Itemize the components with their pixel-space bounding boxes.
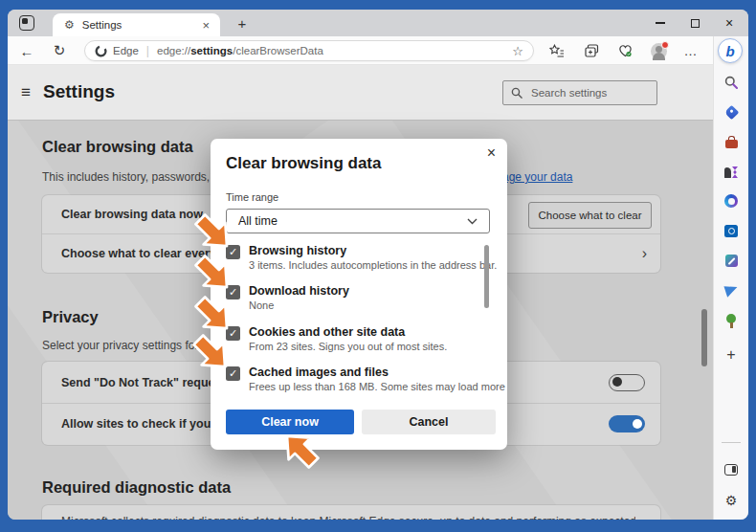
download-history-item: ✓ Download history None: [226, 284, 484, 322]
cached-images-item: ✓ Cached images and files Frees up less …: [226, 366, 484, 404]
page-scrollbar-thumb[interactable]: [701, 309, 707, 366]
allow-sites-toggle[interactable]: [609, 415, 645, 432]
search-icon: [511, 87, 523, 99]
maximize-button[interactable]: [678, 10, 712, 36]
sidebar-divider: [722, 442, 741, 443]
drop-icon[interactable]: [722, 280, 741, 299]
required-diagnostic-data-heading: Required diagnostic data: [42, 478, 231, 497]
dialog-title: Clear browsing data: [226, 154, 381, 173]
item-label: Browsing history: [249, 244, 346, 257]
item-description: Frees up less than 168 MB. Some sites ma…: [249, 381, 505, 392]
cached-images-checkbox[interactable]: ✓: [226, 366, 240, 381]
designer-icon[interactable]: [722, 251, 741, 270]
url-suffix: /clearBrowserData: [233, 45, 323, 56]
tab-settings[interactable]: ⚙ Settings ×: [53, 13, 220, 36]
time-range-select[interactable]: All time: [226, 209, 490, 233]
microsoft-365-icon[interactable]: [722, 191, 741, 211]
search-settings-input[interactable]: [529, 86, 648, 100]
browser-essentials-icon[interactable]: [614, 41, 635, 60]
time-range-label: Time range: [226, 191, 278, 203]
favorite-star-icon[interactable]: ☆: [512, 44, 523, 58]
settings-gear-icon: ⚙: [64, 18, 75, 32]
toggle-knob: [633, 419, 642, 429]
privacy-heading: Privacy: [42, 308, 99, 326]
chevron-right-icon: ›: [642, 245, 647, 262]
tree-app-icon[interactable]: [722, 311, 741, 330]
url-prefix: edge://: [157, 45, 190, 56]
collections-icon[interactable]: [581, 41, 602, 60]
profile-avatar[interactable]: [648, 41, 669, 60]
new-tab-button[interactable]: +: [232, 12, 253, 33]
chevron-down-icon: [467, 218, 478, 225]
diagnostic-clipped-text: Microsoft collects required diagnostic d…: [61, 515, 635, 520]
edge-sidebar: b + ⚙: [713, 36, 748, 520]
maximize-icon: [691, 19, 700, 28]
cancel-button[interactable]: Cancel: [362, 410, 496, 434]
close-icon: ×: [725, 16, 733, 30]
clear-browsing-data-dialog: × Clear browsing data Time range All tim…: [211, 139, 507, 450]
page-title: Settings: [43, 81, 115, 102]
diagnostic-card: Microsoft collects required diagnostic d…: [42, 505, 660, 520]
games-icon[interactable]: [722, 162, 741, 181]
cookies-checkbox[interactable]: ✓: [226, 326, 240, 341]
refresh-button[interactable]: ↻: [48, 39, 71, 62]
favorites-hub-icon[interactable]: [546, 41, 567, 60]
tab-close-icon[interactable]: ×: [199, 18, 212, 33]
shopping-icon[interactable]: [722, 102, 741, 122]
item-label: Cached images and files: [249, 366, 389, 379]
address-url: edge://settings/clearBrowserData: [157, 45, 512, 56]
sidebar-panel-icon[interactable]: [722, 460, 741, 479]
window-controls: ×: [643, 10, 746, 36]
more-menu-button[interactable]: …: [680, 41, 701, 60]
item-description: 3 items. Includes autocompletions in the…: [249, 259, 497, 271]
back-button[interactable]: ←: [15, 39, 38, 62]
notification-dot: [661, 41, 669, 49]
item-label: Download history: [249, 284, 349, 298]
tab-actions-icon[interactable]: [19, 15, 34, 31]
item-description: None: [249, 299, 274, 311]
browsing-history-item: ✓ Browsing history 3 items. Includes aut…: [226, 244, 484, 282]
time-range-value: All time: [238, 214, 467, 228]
minimize-icon: [656, 22, 665, 24]
screenshot-root: ⚙ Settings × + × ← ↻ Edge | edge://setti…: [0, 0, 756, 532]
settings-header: ≡ Settings: [8, 65, 713, 121]
tools-icon[interactable]: [722, 132, 741, 151]
sidebar-settings-icon[interactable]: ⚙: [722, 491, 741, 510]
menu-icon[interactable]: ≡: [21, 83, 31, 102]
sidebar-search-icon[interactable]: [722, 73, 741, 92]
tab-title: Settings: [82, 19, 200, 31]
clear-browsing-data-heading: Clear browsing data: [42, 138, 193, 156]
cookies-item: ✓ Cookies and other site data From 23 si…: [226, 325, 484, 364]
add-sidebar-app-button[interactable]: +: [722, 345, 741, 365]
toggle-knob: [612, 377, 622, 387]
manage-your-data-link[interactable]: age your data: [502, 170, 572, 184]
browsing-history-checkbox[interactable]: ✓: [226, 245, 240, 259]
avatar: [651, 43, 667, 59]
site-badge-label: Edge: [113, 45, 139, 56]
minimize-button[interactable]: [643, 10, 678, 36]
tab-strip: ⚙ Settings × + ×: [8, 10, 748, 36]
close-window-button[interactable]: ×: [712, 10, 746, 36]
dialog-scrollbar-thumb[interactable]: [484, 245, 489, 308]
download-history-checkbox[interactable]: ✓: [226, 285, 240, 299]
browser-toolbar: ← ↻ Edge | edge://settings/clearBrowserD…: [8, 36, 748, 65]
choose-what-to-clear-button[interactable]: Choose what to clear: [528, 202, 652, 229]
outlook-icon[interactable]: [722, 221, 741, 240]
do-not-track-toggle[interactable]: [609, 374, 645, 391]
bing-chat-icon[interactable]: b: [718, 38, 743, 63]
settings-search-box[interactable]: [502, 80, 657, 105]
item-description: From 23 sites. Signs you out of most sit…: [249, 341, 447, 352]
dialog-close-icon[interactable]: ×: [487, 144, 496, 162]
clear-now-button[interactable]: Clear now: [226, 410, 354, 434]
address-divider: |: [146, 44, 149, 57]
privacy-description: Select your privacy settings for Mi: [42, 339, 213, 352]
edge-icon: [95, 45, 107, 57]
address-bar[interactable]: Edge | edge://settings/clearBrowserData …: [84, 40, 534, 61]
url-bold-segment: settings: [190, 45, 233, 56]
browser-window: ⚙ Settings × + × ← ↻ Edge | edge://setti…: [8, 10, 748, 520]
item-label: Cookies and other site data: [249, 325, 405, 339]
clear-section-description: This includes history, passwords, co: [42, 170, 225, 184]
